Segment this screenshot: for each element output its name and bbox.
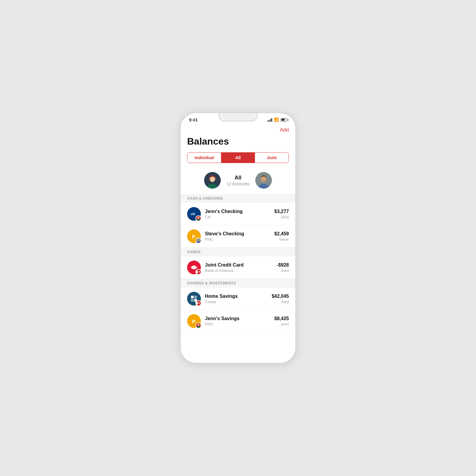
account-name-steves: Steve's Checking (205, 231, 274, 237)
account-name-joint-cc: Joint Credit Card (205, 262, 277, 268)
account-details-joint-cc: Joint Credit Card Bank of America (205, 262, 277, 273)
tabs-container: Individual All Joint (181, 152, 295, 163)
phone-frame: 9:41 📶 Add Balances Individual All Joint (180, 112, 296, 364)
account-amount-home-savings: $42,045 (272, 294, 289, 299)
account-bank-pnc-jenn: PNC (205, 322, 274, 326)
status-icons: 📶 (267, 118, 287, 122)
jenn-badge-savings (195, 322, 201, 328)
account-icon-boa (187, 261, 201, 274)
signal-icon (267, 118, 273, 122)
jenn-badge (195, 215, 201, 221)
account-bank-steves: PNC (205, 237, 274, 242)
account-bank-chase: Chase (205, 300, 272, 304)
section-header-cash: CASH & CHECKING (181, 194, 295, 203)
svg-point-20 (199, 271, 200, 272)
account-right-jenns-savings: $8,425 Jenn (274, 316, 289, 326)
accounts-info: All 12 Accounts (227, 175, 249, 186)
page-header: Add (181, 124, 295, 134)
account-icon-pnc-jenn (187, 314, 201, 328)
tabs: Individual All Joint (187, 152, 289, 163)
accounts-all-label: All (227, 175, 249, 181)
account-item-jenns-savings[interactable]: Jenn's Savings PNC $8,425 Jenn (181, 310, 295, 332)
account-right-home-savings: $42,045 Joint (272, 294, 289, 304)
battery-icon (281, 118, 287, 122)
account-icon-chase (187, 292, 201, 306)
account-details-steves-checking: Steve's Checking PNC (205, 231, 274, 242)
joint-badge-savings (195, 300, 201, 306)
accounts-header: All 12 Accounts (181, 169, 295, 194)
account-right-joint-cc: -$928 Joint (277, 262, 289, 273)
svg-rect-23 (194, 296, 197, 298)
tab-joint[interactable]: Joint (255, 153, 289, 163)
account-amount: $3,277 (274, 209, 289, 214)
account-owner-jenns-savings: Jenn (274, 322, 289, 326)
joint-badge-cc (195, 269, 201, 275)
svg-point-31 (198, 324, 199, 326)
account-icon-pnc-steve (187, 229, 201, 243)
account-owner: Jenn (274, 215, 289, 219)
account-item-home-savings[interactable]: Home Savings Chase $42,045 Joint (181, 288, 295, 310)
svg-point-15 (198, 239, 199, 241)
account-owner-home-savings: Joint (272, 300, 289, 304)
svg-point-28 (199, 303, 200, 303)
accounts-count: 12 Accounts (227, 181, 249, 186)
account-icon-citi: citi (187, 207, 201, 221)
app-content: Add Balances Individual All Joint (181, 124, 295, 358)
account-item-jenns-checking[interactable]: citi Jenn's Checking Citi $3,277 Jenn (181, 203, 295, 225)
section-header-cards: CARDS (181, 248, 295, 256)
account-item-steves-checking[interactable]: Steve's Checking PNC $2,459 Steve (181, 225, 295, 248)
account-name: Jenn's Checking (205, 209, 274, 214)
battery-fill (281, 119, 285, 121)
account-name-home-savings: Home Savings (205, 294, 272, 299)
svg-rect-24 (191, 299, 194, 302)
account-right-jenns-checking: $3,277 Jenn (274, 209, 289, 219)
account-amount-jenns-savings: $8,425 (274, 316, 289, 321)
account-right-steves-checking: $2,459 Steve (274, 231, 289, 242)
status-time: 9:41 (189, 117, 198, 122)
svg-rect-22 (191, 296, 194, 298)
page-title: Balances (181, 134, 295, 152)
account-name-jenns-savings: Jenn's Savings (205, 316, 274, 321)
account-details-jenns-savings: Jenn's Savings PNC (205, 316, 274, 326)
tab-all[interactable]: All (221, 153, 255, 163)
avatar-steve (255, 172, 272, 189)
account-amount-steves: $2,459 (274, 231, 289, 237)
account-owner-steves: Steve (274, 237, 289, 242)
avatar-jenn (204, 172, 221, 189)
section-header-savings: SAVINGS & INVESTMENTS (181, 279, 295, 288)
steve-badge (195, 238, 201, 244)
tab-individual[interactable]: Individual (187, 153, 221, 163)
account-details-jenns-checking: Jenn's Checking Citi (205, 209, 274, 219)
account-item-joint-cc[interactable]: Joint Credit Card Bank of America -$928 … (181, 256, 295, 279)
account-bank: Citi (205, 215, 274, 219)
svg-point-11 (198, 217, 199, 219)
add-button[interactable]: Add (280, 127, 289, 133)
wifi-icon: 📶 (274, 118, 279, 122)
account-owner-joint-cc: Joint (277, 268, 289, 273)
account-details-home-savings: Home Savings Chase (205, 294, 272, 304)
account-amount-joint-cc: -$928 (277, 262, 289, 268)
svg-text:citi: citi (190, 212, 195, 216)
account-bank-boa: Bank of America (205, 268, 277, 273)
status-bar: 9:41 📶 (181, 113, 295, 124)
